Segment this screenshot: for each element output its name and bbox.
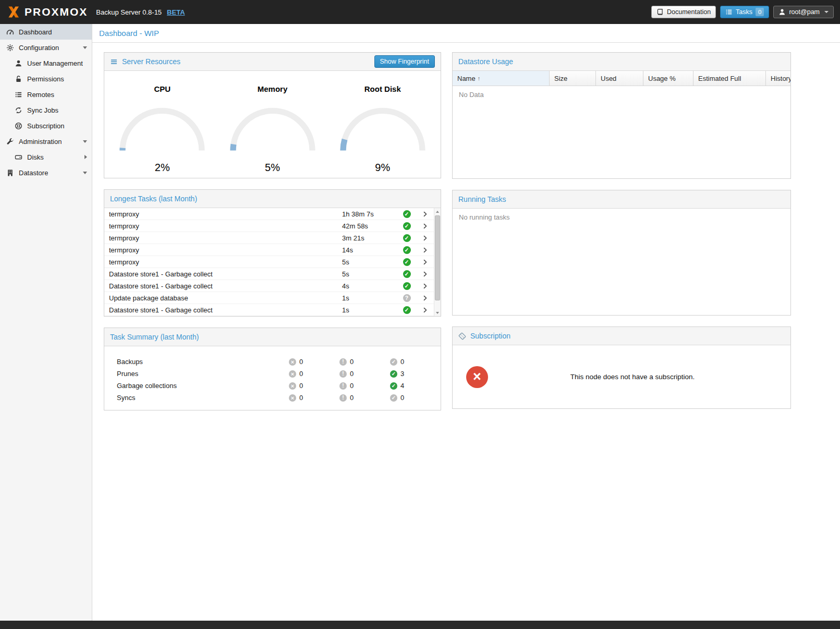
gear-icon	[6, 44, 14, 52]
check-circle-icon	[403, 210, 411, 218]
task-row[interactable]: termproxy 14s	[104, 244, 434, 256]
sidebar-item-label: Sync Jobs	[27, 106, 58, 114]
tasks-count-badge: 0	[756, 8, 764, 16]
task-summary-label: Syncs	[104, 394, 289, 402]
ok-count: 3	[400, 370, 404, 378]
column-header[interactable]: Used ↑	[596, 71, 643, 86]
longest-tasks-panel: Longest Tasks (last Month) termproxy 1h …	[104, 189, 441, 317]
column-header[interactable]: Size ↑	[550, 71, 596, 86]
product-version: Backup Server 0.8-15	[96, 8, 162, 16]
sidebar-item-disks[interactable]: Disks	[0, 149, 92, 165]
longest-tasks-grid: termproxy 1h 38m 7s	[104, 208, 441, 316]
column-header-label: Used	[601, 75, 616, 82]
user-label: root@pam	[789, 8, 820, 16]
gauge-arc	[113, 102, 212, 156]
user-menu-button[interactable]: root@pam	[773, 6, 834, 18]
task-name: Datastore store1 - Garbage collect	[104, 270, 342, 278]
task-list-icon	[725, 8, 733, 16]
running-tasks-empty-text: No running tasks	[453, 209, 790, 315]
sidebar-item-sync-jobs[interactable]: Sync Jobs	[0, 102, 92, 118]
open-task-button[interactable]	[416, 283, 434, 289]
bottom-bar	[0, 621, 840, 629]
check-circle-icon	[390, 382, 397, 390]
task-duration: 14s	[342, 246, 397, 254]
task-row[interactable]: termproxy 1h 38m 7s	[104, 208, 434, 220]
refresh-icon	[15, 106, 22, 114]
sidebar-item-datastore[interactable]: Datastore	[0, 165, 92, 180]
task-row[interactable]: Datastore store1 - Garbage collect 1s	[104, 304, 434, 316]
page-header: Dashboard - WIP	[92, 24, 840, 43]
sidebar-item-label: Configuration	[19, 44, 59, 52]
life-ring-icon	[15, 122, 22, 130]
check-circle-icon	[390, 370, 397, 378]
open-task-button[interactable]	[416, 235, 434, 241]
task-row[interactable]: termproxy 5s	[104, 256, 434, 268]
task-name: termproxy	[104, 246, 342, 254]
task-name: Datastore store1 - Garbage collect	[104, 306, 342, 314]
column-header[interactable]: Name ↑	[453, 71, 550, 86]
user-icon	[778, 8, 786, 16]
sidebar-item-subscription[interactable]: Subscription	[0, 118, 92, 134]
vertical-scrollbar[interactable]	[434, 208, 441, 316]
ok-count: 4	[400, 382, 404, 390]
dashboard-gauge-icon	[6, 28, 14, 36]
scroll-up-button[interactable]	[434, 208, 441, 215]
task-row[interactable]: Datastore store1 - Garbage collect 4s	[104, 280, 434, 292]
column-header[interactable]: Estimated Full ↑	[693, 71, 766, 86]
task-row[interactable]: Update package database 1s	[104, 292, 434, 304]
open-task-button[interactable]	[416, 259, 434, 265]
exclamation-circle-icon	[339, 382, 347, 390]
check-circle-icon	[390, 394, 397, 402]
sidebar-item-remotes[interactable]: Remotes	[0, 87, 92, 102]
task-summary-label: Garbage collections	[104, 382, 289, 390]
datastore-empty-text: No Data	[453, 86, 790, 178]
gauge-percent-value: 9%	[331, 162, 435, 174]
unlock-icon	[15, 75, 22, 83]
scrollbar-thumb[interactable]	[435, 215, 440, 300]
subscription-body: × This node does not have a subscription…	[453, 345, 790, 408]
sidebar-item-permissions[interactable]: Permissions	[0, 71, 92, 87]
open-task-button[interactable]	[416, 247, 434, 253]
chevron-down-icon[interactable]	[83, 46, 87, 49]
error-count: 0	[299, 394, 303, 402]
check-circle-icon	[403, 246, 411, 254]
chevron-right-icon	[422, 223, 428, 229]
column-header[interactable]: Usage % ↑	[643, 71, 693, 86]
open-task-button[interactable]	[416, 211, 434, 217]
chevron-down-icon[interactable]	[83, 172, 87, 174]
tasks-button[interactable]: Tasks 0	[720, 6, 769, 18]
task-duration: 5s	[342, 270, 397, 278]
sidebar-item-dashboard[interactable]: Dashboard	[0, 24, 92, 40]
chevron-right-icon	[422, 247, 428, 253]
chevron-right-icon[interactable]	[84, 155, 87, 159]
open-task-button[interactable]	[416, 271, 434, 277]
sidebar-item-administration[interactable]: Administration	[0, 134, 92, 149]
resource-gauge: CPU 2%	[110, 71, 214, 178]
check-circle-icon	[390, 358, 397, 366]
task-row[interactable]: termproxy 3m 21s	[104, 232, 434, 244]
sidebar-item-user-management[interactable]: User Management	[0, 55, 92, 71]
task-summary-body: Backups 0 0	[104, 346, 441, 410]
task-row[interactable]: Datastore store1 - Garbage collect 5s	[104, 268, 434, 280]
open-task-button[interactable]	[416, 223, 434, 229]
chevron-right-icon	[422, 235, 428, 241]
documentation-button[interactable]: Documentation	[651, 6, 716, 18]
beta-link[interactable]: BETA	[167, 8, 185, 16]
sidebar-item-configuration[interactable]: Configuration	[0, 40, 92, 55]
server-resources-header: Server Resources Show Fingerprint	[104, 53, 441, 71]
sort-ascending-icon: ↑	[478, 75, 481, 81]
server-resources-panel: Server Resources Show Fingerprint CPU	[104, 52, 441, 178]
chevron-down-icon[interactable]	[83, 140, 87, 143]
open-task-button[interactable]	[416, 307, 434, 313]
task-duration: 5s	[342, 258, 397, 266]
proxmox-logo[interactable]: PROXMOX	[6, 5, 88, 19]
warning-count: 0	[350, 394, 354, 402]
open-task-button[interactable]	[416, 295, 434, 301]
task-row[interactable]: termproxy 42m 58s	[104, 220, 434, 232]
gauge-arc	[223, 102, 322, 156]
sidebar: Dashboard Configuration User Management …	[0, 24, 92, 621]
longest-tasks-title: Longest Tasks (last Month)	[110, 195, 197, 203]
column-header[interactable]: History (last Month) ↑	[766, 71, 790, 86]
scroll-down-button[interactable]	[434, 309, 441, 316]
show-fingerprint-button[interactable]: Show Fingerprint	[374, 55, 435, 68]
